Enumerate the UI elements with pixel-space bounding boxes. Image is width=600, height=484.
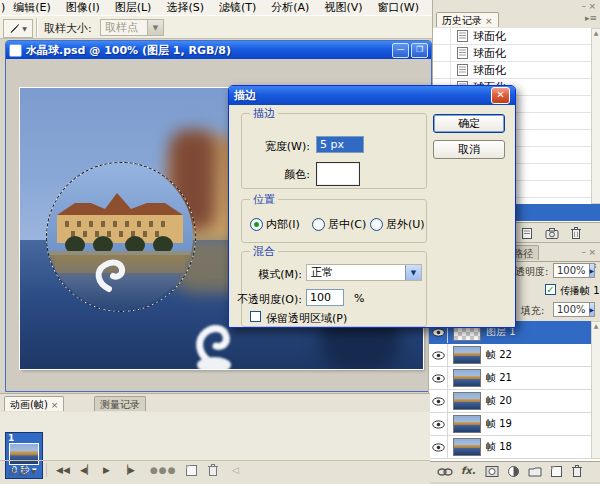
menu-item-filter[interactable]: 滤镜(T) (219, 0, 256, 15)
propagate-frame-checkbox[interactable]: ✓ (545, 284, 556, 295)
layer-thumbnail[interactable] (453, 392, 481, 410)
slider-arrow-icon[interactable]: ▶ (589, 264, 595, 277)
cancel-button[interactable]: 取消 (433, 140, 505, 159)
stroke-color-label: 颜色: (250, 167, 310, 182)
ok-button[interactable]: 确定 (433, 114, 505, 133)
loop-count-dropdown[interactable]: 永远 ▾ (8, 465, 36, 479)
layer-group-icon[interactable] (528, 466, 542, 477)
layer-row[interactable]: 帧 19 (429, 413, 591, 436)
radio-inside[interactable]: 内部(I) (250, 217, 300, 232)
menu-item-image[interactable]: 图像(I) (66, 0, 100, 15)
history-scrollbar[interactable]: ▲ (591, 28, 600, 204)
eye-icon[interactable] (429, 367, 448, 389)
play-button[interactable]: ▶ (103, 465, 110, 475)
options-separator (36, 18, 38, 37)
chevron-down-icon: ▼ (405, 265, 421, 280)
tab-measurement-log-label: 测量记录 (100, 399, 140, 410)
frame-number: 1 (8, 433, 14, 443)
delete-frame-trash-icon[interactable] (207, 463, 219, 477)
layer-name: 帧 21 (486, 371, 512, 385)
menu-item-select[interactable]: 选择(S) (166, 0, 204, 15)
radio-center[interactable]: 居中(C) (312, 217, 366, 232)
delete-state-trash-icon[interactable] (570, 226, 582, 240)
layers-opacity-field[interactable]: 100% ▶ (553, 263, 595, 278)
blend-mode-dropdown[interactable]: 正常 ▼ (306, 264, 422, 281)
dialog-close-icon[interactable]: ✕ (491, 87, 510, 104)
sample-size-dropdown[interactable]: 取样点 ▼ (100, 19, 164, 36)
preserve-transparency-checkbox[interactable] (250, 311, 261, 322)
panel-minimize-icon[interactable]: – (582, 248, 587, 257)
animation-tab-bar: 动画(帧)× 测量记录 (0, 396, 430, 413)
stroke-width-label: 宽度(W): (250, 139, 310, 154)
layer-thumbnail[interactable] (453, 415, 481, 433)
layer-row[interactable]: 帧 20 (429, 390, 591, 413)
layers-fill-field[interactable]: 100% ▶ (553, 302, 595, 317)
new-layer-icon[interactable] (550, 465, 563, 478)
sample-size-label: 取样大小: (44, 21, 92, 36)
delete-layer-trash-icon[interactable] (571, 464, 583, 478)
radio-outside[interactable]: 居外(U) (370, 217, 425, 232)
slider-arrow-icon[interactable]: ▶ (589, 303, 595, 316)
next-frame-button[interactable]: ▕▶ (121, 465, 135, 475)
layer-style-fx-icon[interactable]: fx. (461, 465, 476, 476)
propagate-frame-label: 传播帧 1 (560, 284, 600, 298)
panel-close-icon[interactable]: × (588, 2, 596, 11)
history-item[interactable]: 球面化 (433, 45, 591, 62)
new-snapshot-icon[interactable] (545, 227, 559, 240)
new-document-from-state-icon[interactable] (521, 227, 534, 240)
blend-mode-label: 模式(M): (248, 267, 302, 282)
layers-fill-label: 填充: (521, 304, 544, 318)
stroke-dialog: 描边 ✕ 描边 宽度(W): 5 px 颜色: 确定 取消 位置 内部(I) (228, 85, 516, 328)
eyedropper-tool-preset[interactable]: ▼ (3, 19, 33, 38)
document-title: 水晶球.psd @ 100% (图层 1, RGB/8) (26, 43, 390, 58)
tab-history-label: 历史记录 (442, 15, 482, 26)
history-state-icon (454, 30, 470, 42)
tab-animation[interactable]: 动画(帧)× (4, 396, 64, 411)
panel-minimize-icon[interactable]: – (582, 2, 587, 11)
eye-icon[interactable] (429, 390, 448, 412)
menu-item-edit[interactable]: 编辑(E) (13, 0, 51, 15)
layer-thumbnail[interactable] (453, 346, 481, 364)
eye-icon[interactable] (429, 413, 448, 435)
eye-icon[interactable] (429, 436, 448, 458)
tween-frames-icon[interactable]: ●●● (150, 465, 177, 475)
layer-row[interactable]: 帧 18 (429, 436, 591, 459)
layers-scrollbar[interactable]: ▲ (591, 321, 600, 459)
chevron-down-icon: ▼ (22, 25, 27, 32)
document-title-bar[interactable]: 水晶球.psd @ 100% (图层 1, RGB/8) — ❐ (6, 41, 431, 59)
menu-item-file-partial[interactable]: ) (1, 1, 5, 14)
tab-history[interactable]: 历史记录× (436, 12, 499, 27)
layer-name: 帧 18 (486, 440, 512, 454)
duplicate-frame-icon[interactable] (185, 464, 198, 477)
link-layers-icon[interactable] (437, 468, 453, 476)
previous-frame-button[interactable]: ◀▏ (80, 465, 94, 475)
radio-icon (370, 218, 383, 231)
position-group: 位置 内部(I) 居中(C) 居外(U) (241, 199, 427, 243)
add-layer-mask-icon[interactable] (485, 465, 499, 478)
stroke-dialog-title-bar[interactable]: 描边 ✕ (229, 86, 515, 105)
stroke-width-input[interactable]: 5 px (316, 136, 364, 153)
opacity-input[interactable]: 100 (306, 289, 344, 306)
layer-thumbnail[interactable] (453, 438, 481, 456)
stroke-color-swatch[interactable] (316, 162, 360, 186)
layer-thumbnail[interactable] (453, 369, 481, 387)
panel-menu-icon[interactable]: ▸≡ (585, 14, 597, 23)
eye-icon[interactable] (429, 344, 448, 366)
history-item[interactable]: 球面化 (433, 28, 591, 45)
menu-item-view[interactable]: 视图(V) (324, 0, 362, 15)
menu-item-layer[interactable]: 图层(L) (115, 0, 152, 15)
scroll-left-icon[interactable]: ◁ (232, 465, 239, 475)
adjustment-layer-icon[interactable] (507, 465, 520, 478)
menu-item-analysis[interactable]: 分析(A) (271, 0, 309, 15)
radio-icon (312, 218, 325, 231)
minimize-button[interactable]: — (392, 43, 409, 58)
panel-close-icon[interactable]: × (588, 248, 596, 257)
restore-button[interactable]: ❐ (411, 43, 428, 58)
layer-row[interactable]: 帧 21 (429, 367, 591, 390)
document-icon (9, 44, 22, 57)
history-item[interactable]: 球面化 (433, 62, 591, 79)
menu-item-window[interactable]: 窗口(W) (378, 0, 419, 15)
layer-row[interactable]: 帧 22 (429, 344, 591, 367)
tab-measurement-log[interactable]: 测量记录 (94, 396, 146, 411)
first-frame-button[interactable]: ◀◀ (56, 465, 70, 475)
